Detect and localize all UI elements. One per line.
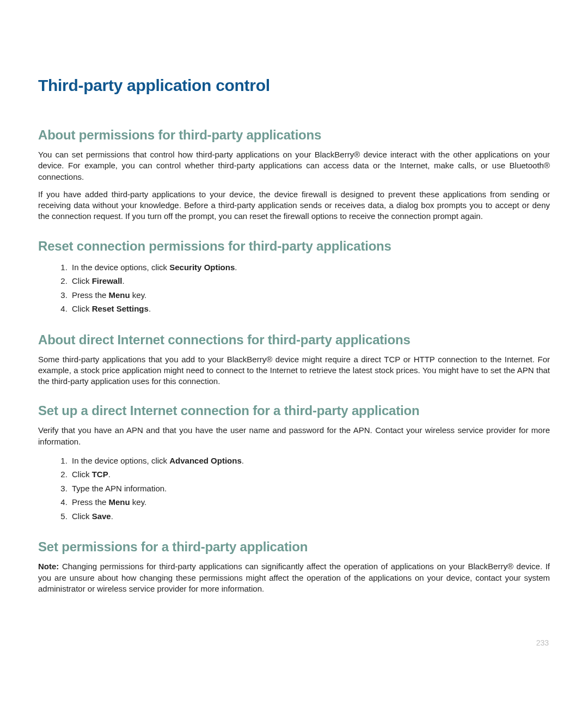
list-item: Press the Menu key. bbox=[70, 288, 550, 302]
step-text: . bbox=[242, 456, 244, 465]
note-paragraph: Note: Changing permissions for third-par… bbox=[38, 561, 550, 594]
step-text: . bbox=[122, 276, 125, 285]
list-item: Click Reset Settings. bbox=[70, 302, 550, 316]
page-number: 233 bbox=[536, 638, 549, 647]
note-label: Note: bbox=[38, 562, 59, 571]
note-text: Changing permissions for third-party app… bbox=[38, 562, 550, 593]
step-text: key. bbox=[130, 497, 147, 507]
step-list-reset: In the device options, click Security Op… bbox=[38, 260, 550, 316]
step-text: Click bbox=[72, 304, 92, 313]
step-bold: Menu bbox=[109, 497, 130, 507]
list-item: Click Save. bbox=[70, 509, 550, 524]
heading-about-direct-internet: About direct Internet connections for th… bbox=[38, 332, 550, 348]
heading-about-permissions: About permissions for third-party applic… bbox=[38, 127, 550, 143]
step-bold: Advanced Options bbox=[169, 456, 242, 465]
step-bold: Save bbox=[92, 512, 111, 521]
step-text: . bbox=[149, 304, 151, 313]
step-text: . bbox=[111, 512, 113, 521]
step-list-setup: In the device options, click Advanced Op… bbox=[38, 454, 550, 524]
step-text: Click bbox=[72, 276, 92, 285]
step-text: Type the APN information. bbox=[72, 484, 167, 493]
list-item: Click TCP. bbox=[70, 467, 550, 482]
step-text: Click bbox=[72, 470, 92, 479]
page-title: Third-party application control bbox=[38, 76, 550, 95]
step-text: Click bbox=[72, 512, 92, 521]
step-bold: TCP bbox=[92, 470, 108, 479]
list-item: In the device options, click Advanced Op… bbox=[70, 454, 550, 468]
heading-set-permissions: Set permissions for a third-party applic… bbox=[38, 539, 550, 555]
list-item: Press the Menu key. bbox=[70, 495, 550, 509]
heading-setup-direct-internet: Set up a direct Internet connection for … bbox=[38, 403, 550, 418]
step-text: Press the bbox=[72, 290, 109, 300]
heading-reset-connection: Reset connection permissions for third-p… bbox=[38, 239, 550, 254]
list-item: Click Firewall. bbox=[70, 274, 550, 288]
step-text: In the device options, click bbox=[72, 263, 169, 272]
step-bold: Menu bbox=[109, 290, 130, 300]
step-bold: Firewall bbox=[92, 276, 122, 285]
step-text: . bbox=[108, 470, 111, 479]
paragraph-text: You can set permissions that control how… bbox=[38, 149, 550, 182]
step-text: Press the bbox=[72, 497, 109, 507]
paragraph-text: Verify that you have an APN and that you… bbox=[38, 425, 550, 447]
document-page: Third-party application control About pe… bbox=[0, 0, 588, 706]
step-text: . bbox=[235, 263, 237, 272]
step-text: key. bbox=[130, 290, 147, 300]
list-item: Type the APN information. bbox=[70, 482, 550, 496]
step-bold: Reset Settings bbox=[92, 304, 149, 313]
paragraph-text: Some third-party applications that you a… bbox=[38, 354, 550, 387]
step-text: In the device options, click bbox=[72, 456, 169, 465]
list-item: In the device options, click Security Op… bbox=[70, 260, 550, 275]
step-bold: Security Options bbox=[169, 263, 235, 272]
paragraph-text: If you have added third-party applicatio… bbox=[38, 189, 550, 222]
